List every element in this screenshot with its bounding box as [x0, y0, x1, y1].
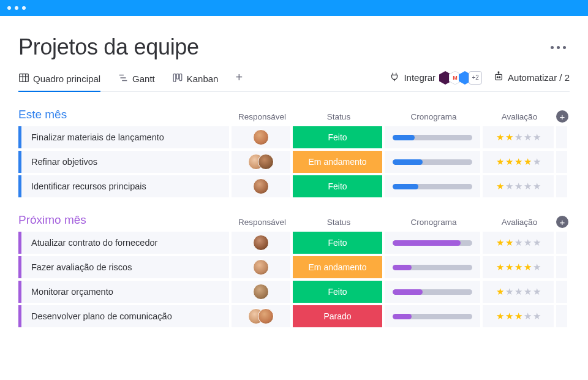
star-icon: ★	[505, 311, 513, 322]
add-column-button[interactable]: +	[556, 216, 568, 228]
status-cell[interactable]: Em andamento	[293, 256, 382, 278]
column-header-rating[interactable]: Avaliação	[483, 112, 556, 124]
rating-cell[interactable]: ★★★★★	[483, 126, 554, 148]
timeline-fill	[393, 314, 412, 319]
timeline-cell[interactable]	[385, 256, 480, 278]
view-tabs: Quadro principal Gantt Kanban +	[18, 69, 570, 92]
star-icon: ★	[514, 286, 522, 297]
timeline-fill	[393, 289, 423, 295]
gantt-icon	[118, 72, 129, 85]
rating-cell[interactable]: ★★★★★	[483, 281, 554, 303]
owner-cell[interactable]	[232, 126, 290, 148]
owner-cell[interactable]	[232, 256, 290, 278]
status-cell[interactable]: Feito	[293, 175, 382, 197]
star-icon: ★	[505, 156, 513, 167]
timeline-cell[interactable]	[385, 305, 480, 327]
automate-button[interactable]: Automatizar / 2	[493, 71, 570, 84]
integrate-button[interactable]: Integrar M +2	[389, 71, 482, 85]
status-cell[interactable]: Parado	[293, 305, 382, 327]
rating-cell[interactable]: ★★★★★	[483, 256, 554, 278]
svg-rect-0	[20, 74, 28, 82]
timeline-cell[interactable]	[385, 151, 480, 173]
star-icon: ★	[514, 181, 522, 192]
plug-icon	[389, 71, 400, 84]
rating-cell[interactable]: ★★★★★	[483, 175, 554, 197]
svg-rect-7	[173, 74, 176, 82]
star-icon: ★	[533, 181, 541, 192]
avatar	[253, 178, 269, 194]
column-header-owner[interactable]: Responsável	[232, 218, 293, 229]
integrate-label: Integrar	[404, 72, 435, 83]
group: Este mêsResponsávelStatusCronogramaAvali…	[18, 108, 570, 197]
timeline-track	[393, 289, 472, 295]
task-name-cell[interactable]: Atualizar contrato do fornecedor	[18, 232, 229, 254]
empty-cell	[556, 232, 567, 254]
tab-gantt[interactable]: Gantt	[118, 69, 155, 91]
status-cell[interactable]: Feito	[293, 281, 382, 303]
kanban-icon	[172, 72, 183, 85]
owner-cell[interactable]	[232, 281, 290, 303]
status-cell[interactable]: Feito	[293, 232, 382, 254]
svg-point-16	[499, 77, 500, 78]
traffic-light-dot	[7, 6, 11, 10]
task-name-cell[interactable]: Desenvolver plano de comunicação	[18, 305, 229, 327]
star-icon: ★	[496, 156, 504, 167]
star-icon: ★	[505, 132, 513, 143]
add-view-button[interactable]: +	[235, 70, 243, 89]
owner-cell[interactable]	[232, 305, 290, 327]
timeline-cell[interactable]	[385, 232, 480, 254]
column-header-rating[interactable]: Avaliação	[483, 218, 556, 229]
column-header-timeline[interactable]: Cronograma	[385, 218, 483, 229]
timeline-cell[interactable]	[385, 281, 480, 303]
column-header-owner[interactable]: Responsável	[232, 112, 293, 124]
timeline-fill	[393, 135, 415, 140]
avatar	[258, 154, 274, 170]
star-icon: ★	[505, 237, 513, 248]
task-name-cell[interactable]: Identificar recursos principais	[18, 175, 229, 197]
table-row: Atualizar contrato do fornecedorFeito★★★…	[18, 232, 570, 254]
tab-main-table[interactable]: Quadro principal	[18, 69, 100, 91]
tab-label: Gantt	[132, 74, 155, 84]
group-title[interactable]: Próximo mês	[18, 213, 232, 229]
task-name-cell[interactable]: Finalizar materiais de lançamento	[18, 126, 229, 148]
star-icon: ★	[496, 286, 504, 297]
star-icon: ★	[533, 132, 541, 143]
status-cell[interactable]: Feito	[293, 126, 382, 148]
timeline-cell[interactable]	[385, 175, 480, 197]
task-name-cell[interactable]: Refinar objetivos	[18, 151, 229, 173]
timeline-cell[interactable]	[385, 126, 480, 148]
column-header-status[interactable]: Status	[293, 218, 385, 229]
svg-rect-8	[176, 74, 179, 79]
owner-cell[interactable]	[232, 151, 290, 173]
tab-label: Quadro principal	[33, 74, 100, 84]
empty-cell	[556, 126, 567, 148]
rating-cell[interactable]: ★★★★★	[483, 232, 554, 254]
svg-rect-9	[179, 74, 182, 81]
robot-icon	[493, 71, 504, 84]
star-icon: ★	[496, 181, 504, 192]
column-header-timeline[interactable]: Cronograma	[385, 112, 483, 124]
star-icon: ★	[514, 237, 522, 248]
tab-kanban[interactable]: Kanban	[172, 69, 219, 91]
task-name-cell[interactable]: Monitorar orçamento	[18, 281, 229, 303]
star-icon: ★	[514, 132, 522, 143]
timeline-track	[393, 314, 472, 319]
rating-cell[interactable]: ★★★★★	[483, 305, 554, 327]
more-options-button[interactable]	[547, 42, 570, 53]
owner-cell[interactable]	[232, 175, 290, 197]
table-row: Finalizar materiais de lançamentoFeito★★…	[18, 126, 570, 148]
owner-cell[interactable]	[232, 232, 290, 254]
rating-cell[interactable]: ★★★★★	[483, 151, 554, 173]
status-cell[interactable]: Em andamento	[293, 151, 382, 173]
automate-label: Automatizar / 2	[508, 72, 570, 83]
task-name-cell[interactable]: Fazer avaliação de riscos	[18, 256, 229, 278]
add-column-button[interactable]: +	[556, 110, 568, 123]
star-icon: ★	[524, 262, 532, 273]
column-header-status[interactable]: Status	[293, 112, 385, 124]
group-header: Próximo mêsResponsávelStatusCronogramaAv…	[18, 213, 570, 229]
star-icon: ★	[514, 156, 522, 167]
empty-cell	[556, 305, 567, 327]
group-title[interactable]: Este mês	[18, 108, 232, 124]
star-icon: ★	[514, 262, 522, 273]
timeline-track	[393, 159, 472, 165]
